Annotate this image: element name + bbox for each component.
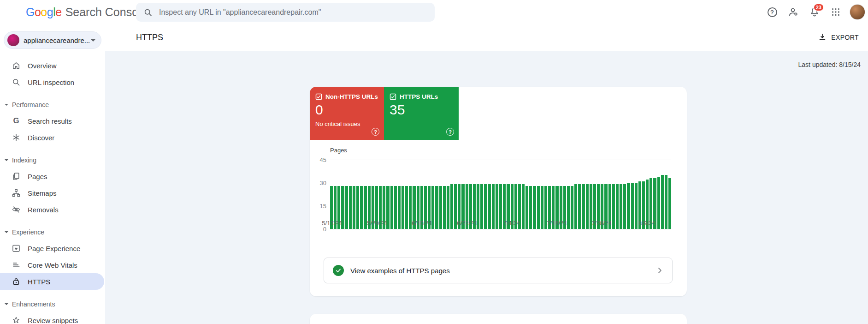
chart-bar (390, 186, 393, 229)
chart-bar (567, 186, 570, 229)
sidebar-item-https[interactable]: HTTPS (0, 273, 104, 290)
help-icon: ? (768, 7, 777, 17)
apps-grid-icon (831, 7, 841, 17)
x-tick-label: 6/22/24 (457, 220, 477, 227)
property-selector[interactable]: appliancecareandre... (4, 31, 101, 49)
chart-bar (657, 177, 660, 229)
view-examples-row[interactable]: View examples of HTTPS pages (324, 258, 673, 283)
chart-bar (612, 184, 615, 229)
sitemap-tree-icon (11, 188, 21, 198)
x-tick-label: 7/4/24 (503, 220, 520, 227)
section-label: Indexing (12, 156, 36, 164)
chart-bar (571, 186, 573, 229)
chart-bar (443, 186, 446, 229)
user-settings-button[interactable] (784, 3, 803, 21)
topbar: Google Search Console ? (0, 0, 868, 24)
help-icon[interactable]: ? (372, 128, 379, 136)
https-pages-chart: Pages 45 30 15 0 5/17/24 5/29/24 6/10/24… (330, 147, 671, 253)
chart-bar (574, 184, 577, 229)
notifications-button[interactable]: 23 (805, 3, 824, 21)
chart-bar (402, 186, 404, 229)
sidebar-section-performance[interactable]: Performance (0, 97, 105, 113)
x-tick-label: 8/9/24 (638, 220, 655, 227)
google-logo-text: Google (26, 6, 62, 19)
sidebar-item-search-results[interactable]: G Search results (0, 113, 105, 129)
caret-down-icon (5, 231, 8, 233)
chart-bar (537, 186, 540, 229)
non-https-value: 0 (315, 102, 378, 118)
notification-badge: 23 (813, 3, 824, 12)
https-report-card: Non-HTTPS URLs 0 No critical issues ? HT… (310, 87, 687, 296)
topbar-actions: ? 23 (763, 3, 868, 21)
app-logo[interactable]: Google Search Console (26, 6, 148, 19)
sidebar-item-sitemaps[interactable]: Sitemaps (0, 185, 105, 201)
non-https-card[interactable]: Non-HTTPS URLs 0 No critical issues ? (310, 87, 384, 140)
https-card[interactable]: HTTPS URLs 35 ? (384, 87, 459, 140)
property-label: appliancecareandre... (24, 36, 91, 44)
chart-bar (480, 184, 483, 229)
sidebar-section-indexing[interactable]: Indexing (0, 152, 105, 168)
caret-down-icon (5, 159, 8, 161)
https-label: HTTPS URLs (400, 93, 438, 100)
url-inspect-input[interactable] (158, 8, 427, 17)
magnifier-icon (11, 77, 21, 87)
chart-bar (620, 184, 622, 229)
menu-icon[interactable] (5, 3, 23, 21)
last-updated-text: Last updated: 8/15/24 (136, 61, 861, 68)
sidebar-item-removals[interactable]: Removals (0, 201, 105, 218)
section-label: Experience (12, 228, 44, 236)
y-axis-label: Pages (330, 147, 347, 154)
hamburger-bars (0, 0, 9, 24)
help-button[interactable]: ? (763, 3, 781, 21)
chart-bar (586, 184, 589, 229)
sidebar-item-overview[interactable]: Overview (0, 57, 105, 74)
sidebar-item-core-web-vitals[interactable]: Core Web Vitals (0, 257, 105, 273)
chart-bar (394, 186, 397, 229)
export-button[interactable]: EXPORT (816, 30, 861, 45)
chart-bar (439, 186, 442, 229)
url-inspect-searchbar[interactable] (136, 3, 435, 22)
y-tick-label: 30 (310, 180, 326, 186)
sidebar-item-pages[interactable]: Pages (0, 168, 105, 185)
y-tick-label: 0 (310, 226, 326, 233)
chart-bars (330, 160, 671, 229)
chart-bar (356, 186, 359, 229)
product-name: Search Console (65, 6, 148, 19)
main-area: HTTPS EXPORT Last updated: 8/15/24 Non-H… (105, 24, 868, 324)
help-icon[interactable]: ? (446, 128, 454, 136)
sidebar-section-enhancements[interactable]: Enhancements (0, 296, 105, 312)
gridline (330, 229, 671, 229)
download-icon (818, 33, 827, 42)
chart-bar (529, 186, 532, 229)
sidebar-item-review-snippets[interactable]: Review snippets (0, 312, 105, 324)
chart-bar (492, 184, 495, 229)
chart-bar (364, 186, 366, 229)
report-header: HTTPS EXPORT (105, 24, 868, 51)
chart-bar (405, 186, 408, 229)
pages-copy-icon (11, 171, 21, 181)
chart-bar (541, 186, 543, 229)
apps-grid-button[interactable] (827, 3, 845, 21)
check-circle-icon (333, 265, 344, 276)
lock-icon (11, 276, 21, 287)
chart-bar (488, 184, 491, 229)
caret-down-icon (5, 104, 8, 106)
sidebar-item-discover[interactable]: Discover (0, 129, 105, 146)
discover-sparkle-icon (11, 132, 21, 143)
chart-bar (431, 186, 434, 229)
chart-bar (496, 184, 498, 229)
chart-bar (522, 184, 525, 229)
home-icon (11, 60, 21, 71)
search-icon (143, 8, 153, 17)
sidebar-item-page-experience[interactable]: Page Experience (0, 240, 105, 257)
avatar[interactable] (850, 4, 865, 20)
x-tick-label: 5/29/24 (367, 220, 387, 227)
sidebar-item-url-inspection[interactable]: URL inspection (0, 74, 105, 90)
non-https-label: Non-HTTPS URLs (325, 93, 378, 100)
chart-bar (582, 184, 585, 229)
chart-bar (526, 186, 528, 229)
page-experience-icon (11, 243, 21, 253)
sidebar-section-experience[interactable]: Experience (0, 224, 105, 240)
chart-bar (635, 183, 638, 229)
non-https-note: No critical issues (315, 120, 378, 127)
